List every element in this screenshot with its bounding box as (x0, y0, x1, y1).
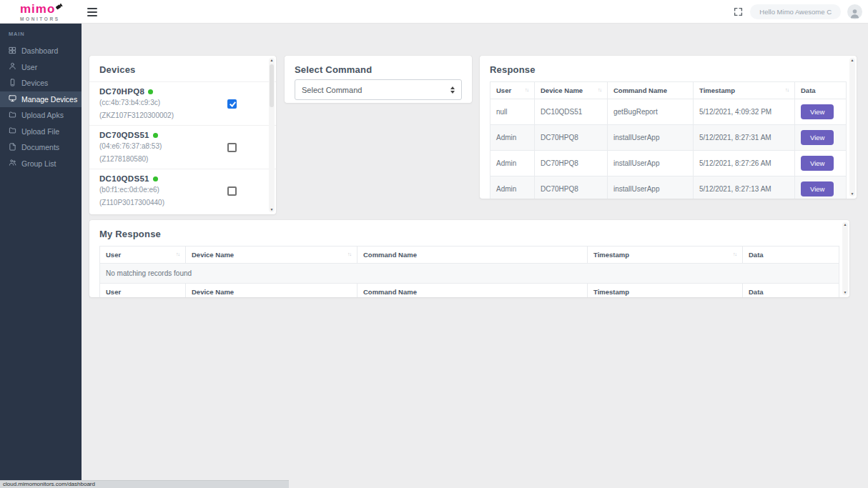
scroll-up-arrow[interactable]: ▲ (849, 58, 855, 63)
device-select-checkbox[interactable] (227, 99, 237, 109)
device-serial: (Z1278180580) (99, 155, 266, 163)
devices-scrollbar[interactable]: ▲ ▼ (269, 58, 275, 212)
selected-command-value: Select Command (302, 86, 362, 94)
sidebar-item-upload-apks[interactable]: Upload Apks (0, 107, 82, 124)
device-mac-address: (04:e6:76:37:a8:53) (99, 142, 266, 150)
scroll-down-arrow[interactable]: ▼ (269, 207, 275, 212)
device-list-item: DC70QDS51 (04:e6:76:37:a8:53) (Z12781805… (89, 125, 276, 169)
sidebar-section-label: MAIN (0, 24, 82, 43)
device-select-checkbox[interactable] (227, 143, 237, 152)
view-button[interactable]: View (801, 156, 834, 171)
scroll-down-arrow[interactable]: ▼ (842, 290, 848, 295)
devices-panel-title: Devices (89, 56, 276, 81)
user-greeting[interactable]: Hello Mimo Awesome C (750, 4, 841, 19)
response-row: Admin DC70HPQ8 installUserApp 5/12/2021,… (490, 176, 847, 199)
scroll-up-arrow[interactable]: ▲ (842, 222, 848, 227)
scroll-thumb[interactable] (270, 64, 274, 107)
cell-user: Admin (490, 125, 535, 151)
my-response-table: User↑↓ Device Name↑↓ Command Name Timest… (99, 246, 839, 297)
documents-icon (9, 143, 16, 152)
sidebar-item-label: Upload File (21, 127, 59, 136)
column-header-timestamp[interactable]: Timestamp↑↓ (588, 247, 743, 264)
device-name: DC70HPQ8 (99, 87, 144, 96)
cell-data: View (795, 99, 847, 125)
logo-text: mimo (20, 3, 55, 15)
devices-icon (9, 79, 16, 88)
view-button[interactable]: View (801, 104, 834, 119)
device-list-item: DC10QDS51 (b0:f1:ec:0d:0e:e6) (Z110P3017… (89, 169, 276, 212)
column-header-data[interactable]: Data (743, 247, 839, 264)
response-row: Admin DC70HPQ8 installUserApp 5/12/2021,… (490, 125, 847, 151)
sidebar-item-user[interactable]: User (0, 59, 82, 76)
hamburger-menu-icon[interactable] (87, 8, 97, 19)
column-header-command-name[interactable]: Command Name (357, 247, 588, 264)
online-status-dot (153, 133, 158, 138)
avatar[interactable] (847, 4, 862, 19)
empty-results-row: No matching records found (100, 264, 839, 284)
sidebar-item-manage-devices[interactable]: Manage Devices (0, 91, 82, 108)
sort-icon: ↑↓ (598, 87, 601, 92)
sidebar-item-upload-file[interactable]: Upload File (0, 124, 82, 140)
online-status-dot (148, 89, 153, 94)
column-header-user[interactable]: User↑↓ (100, 247, 186, 264)
cell-device-name: DC70HPQ8 (535, 151, 608, 176)
cell-data: View (795, 176, 847, 199)
user-icon (9, 62, 16, 71)
column-header-device-name[interactable]: Device Name↑↓ (186, 247, 357, 264)
my-response-scrollbar[interactable]: ▲ ▼ (842, 222, 848, 295)
command-select-dropdown[interactable]: Select Command (295, 79, 462, 100)
scroll-up-arrow[interactable]: ▲ (269, 58, 275, 63)
sidebar-item-dashboard[interactable]: Dashboard (0, 43, 82, 59)
my-response-footer-row: User Device Name Command Name Timestamp … (100, 284, 839, 298)
cell-device-name: DC70HPQ8 (535, 125, 608, 151)
sidebar-item-label: Devices (21, 79, 48, 87)
view-button[interactable]: View (801, 130, 834, 145)
device-select-checkbox[interactable] (227, 186, 237, 196)
footer-timestamp: Timestamp (588, 284, 743, 298)
sidebar-item-documents[interactable]: Documents (0, 139, 82, 156)
device-mac-address: (cc:4b:73:b4:c9:3c) (99, 99, 266, 106)
response-table: User↑↓ Device Name↑↓ Command Name Timest… (490, 81, 847, 199)
group-list-icon (9, 159, 16, 168)
column-header-data[interactable]: Data (795, 82, 847, 99)
cell-command-name: installUserApp (608, 176, 694, 199)
cell-timestamp: 5/12/2021, 8:27:13 AM (694, 176, 795, 199)
sidebar-item-devices[interactable]: Devices (0, 75, 82, 91)
footer-user: User (100, 284, 186, 298)
response-header-row: User↑↓ Device Name↑↓ Command Name Timest… (490, 82, 847, 99)
device-serial: (Z110P3017300440) (99, 199, 266, 206)
response-scrollbar[interactable]: ▲ ▼ (849, 58, 855, 196)
device-name: DC10QDS51 (99, 174, 149, 183)
cell-data: View (795, 125, 847, 151)
sidebar-item-label: User (21, 63, 37, 71)
sidebar-item-label: Group List (21, 159, 56, 168)
cell-command-name: installUserApp (608, 151, 694, 176)
sidebar-item-group-list[interactable]: Group List (0, 156, 82, 172)
cell-command-name: installUserApp (608, 125, 694, 151)
cell-timestamp: 5/12/2021, 8:27:31 AM (694, 125, 795, 151)
footer-device-name: Device Name (186, 284, 357, 298)
camera-icon (54, 1, 64, 13)
column-header-device-name[interactable]: Device Name↑↓ (535, 82, 608, 99)
cell-timestamp: 5/12/2021, 8:27:26 AM (694, 151, 795, 176)
upload-apks-icon (9, 111, 16, 120)
upload-file-icon (9, 126, 16, 136)
device-mac-address: (b0:f1:ec:0d:0e:e6) (99, 186, 266, 194)
column-header-timestamp[interactable]: Timestamp↑↓ (694, 82, 795, 99)
online-status-dot (153, 176, 158, 181)
response-panel-title: Response (480, 56, 857, 81)
column-header-command-name[interactable]: Command Name (608, 82, 694, 99)
sidebar-item-label: Documents (21, 143, 59, 151)
sort-icon: ↑↓ (733, 252, 736, 257)
mimo-logo[interactable]: mimo MONITORS (20, 3, 64, 21)
column-header-user[interactable]: User↑↓ (490, 82, 535, 99)
response-row: Admin DC70HPQ8 installUserApp 5/12/2021,… (490, 151, 847, 176)
view-button[interactable]: View (801, 181, 834, 196)
fullscreen-icon[interactable] (734, 7, 744, 17)
cell-user: Admin (490, 151, 535, 176)
scroll-down-arrow[interactable]: ▼ (849, 191, 855, 196)
cell-user: null (490, 99, 535, 125)
page: mimo MONITORS Hello Mimo Awesome C MAIN … (0, 0, 868, 488)
response-panel: Response User↑↓ Device Name↑↓ Command Na… (480, 56, 857, 199)
sidebar: MAIN Dashboard User Devices Manage Devic… (0, 24, 82, 488)
